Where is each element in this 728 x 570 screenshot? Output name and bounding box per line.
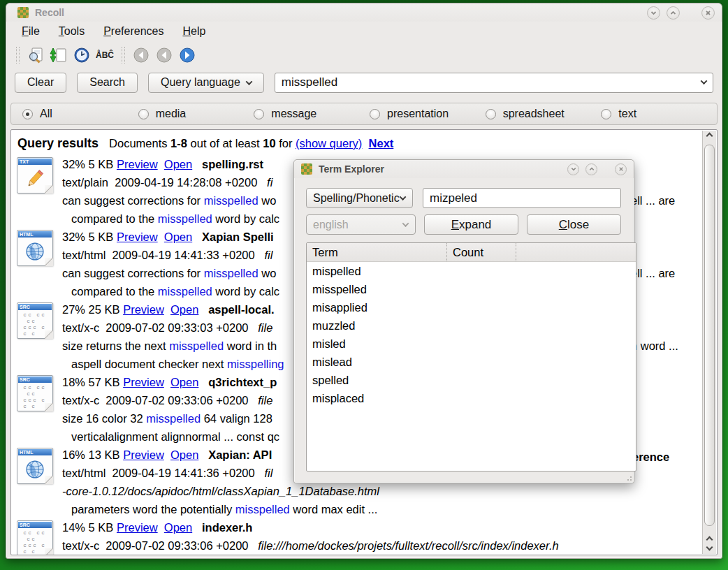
results-scrollbar[interactable]	[702, 131, 716, 554]
term-input[interactable]	[423, 188, 621, 208]
term-row[interactable]: spelled	[307, 371, 636, 389]
history-clock-icon[interactable]	[71, 45, 92, 65]
open-link[interactable]: Open	[164, 521, 192, 534]
term-cell: spelled	[307, 374, 446, 387]
next-link[interactable]: Next	[369, 137, 394, 149]
term-row[interactable]: muzzled	[307, 316, 636, 335]
preview-link[interactable]: Preview	[123, 376, 164, 388]
src-file-icon: SRCcc cc cc ccc c c c	[17, 375, 53, 411]
radio-icon[interactable]	[486, 109, 496, 119]
radio-icon[interactable]	[254, 109, 264, 119]
filter-presentation[interactable]: presentation	[370, 108, 486, 120]
first-page-icon[interactable]	[131, 45, 152, 65]
term-row[interactable]: misspelled	[307, 280, 636, 298]
minimize-icon[interactable]	[647, 6, 660, 20]
file-type-label: TXT	[18, 159, 52, 165]
text-segment	[198, 303, 208, 316]
filter-all[interactable]: All	[22, 108, 138, 120]
text-segment	[164, 376, 170, 388]
preview-document-icon[interactable]	[25, 45, 46, 65]
term-row[interactable]: misplaced	[307, 389, 636, 407]
result-text: 18% 57 KB Preview Open q3richtext_ptext/…	[62, 373, 279, 446]
minimize-icon[interactable]	[567, 163, 579, 175]
previous-page-icon[interactable]	[154, 45, 175, 65]
preview-link[interactable]: Preview	[117, 521, 158, 534]
show-query-link[interactable]: (show query)	[296, 137, 362, 149]
result-text-fragment: n word ...	[631, 339, 678, 353]
column-header-count[interactable]: Count	[446, 243, 516, 261]
scroll-up-icon[interactable]	[706, 536, 713, 543]
scrollbar-thumb[interactable]	[704, 145, 715, 526]
open-link[interactable]: Open	[170, 376, 198, 388]
filter-media[interactable]: media	[138, 108, 254, 120]
results-title: Query results	[17, 136, 99, 151]
expand-button[interactable]: Expand	[424, 214, 518, 235]
term-row[interactable]: misled	[307, 335, 636, 353]
radio-icon[interactable]	[370, 109, 380, 119]
title-bar[interactable]: Recoll	[6, 3, 722, 22]
preview-link[interactable]: Preview	[117, 231, 158, 243]
close-icon[interactable]	[701, 6, 715, 20]
maximize-icon[interactable]	[667, 6, 680, 20]
text-segment	[198, 448, 208, 461]
scroll-down-icon[interactable]	[706, 544, 713, 551]
close-icon[interactable]	[615, 163, 627, 175]
radio-icon[interactable]	[601, 109, 611, 119]
category-filter-bar: Allmediamessagepresentationspreadsheette…	[10, 103, 718, 125]
scroll-up-icon[interactable]	[706, 133, 713, 140]
open-link[interactable]: Open	[170, 448, 198, 461]
term-row[interactable]: mispelled	[307, 262, 636, 280]
resize-grip[interactable]	[627, 476, 632, 481]
src-file-icon: SRCcc cc cc ccc c c c	[17, 520, 53, 555]
text-segment: compared to the	[71, 212, 158, 225]
text-segment: fi	[267, 176, 272, 189]
text-segment: 32% 5 KB	[62, 158, 117, 170]
term-row[interactable]: mislead	[307, 353, 636, 371]
update-index-icon[interactable]	[48, 45, 69, 65]
dialog-title-bar[interactable]: Term Explorer	[294, 160, 634, 178]
expansion-mode-select[interactable]: Spelling/Phonetic	[306, 188, 413, 208]
radio-icon[interactable]	[138, 109, 149, 119]
search-input[interactable]	[275, 73, 713, 93]
language-select: english	[306, 214, 416, 235]
preview-link[interactable]: Preview	[117, 158, 158, 170]
result-text: 32% 5 KB Preview Open spelling.rsttext/p…	[62, 155, 279, 228]
toolbar-handle[interactable]	[122, 47, 125, 64]
text-segment: Xapian Spelli	[202, 231, 274, 243]
text-segment: Documents	[109, 137, 170, 149]
column-header-term[interactable]: Term	[307, 246, 446, 259]
filter-label: media	[156, 108, 187, 120]
term-explorer-abc-icon[interactable]: ÅBĈ	[94, 45, 115, 65]
filter-spreadsheet[interactable]: spreadsheet	[486, 108, 602, 120]
filter-text[interactable]: text	[601, 108, 717, 120]
file-type-label: SRC	[18, 304, 52, 310]
radio-icon[interactable]	[22, 109, 33, 119]
search-button[interactable]: Search	[77, 73, 138, 93]
text-segment: misspelled	[204, 267, 259, 279]
menu-tools[interactable]: Tools	[59, 25, 85, 38]
text-segment: text/x-c 2009-07-02 09:33:06 +0200	[62, 394, 258, 407]
text-segment	[158, 521, 164, 534]
open-link[interactable]: Open	[164, 231, 192, 243]
maximize-icon[interactable]	[585, 163, 597, 175]
clear-button[interactable]: Clear	[15, 73, 66, 93]
toolbar-handle[interactable]	[16, 47, 20, 64]
menu-file[interactable]: File	[22, 25, 40, 38]
term-cell: misplaced	[307, 392, 446, 405]
filter-label: presentation	[387, 108, 449, 120]
filter-message[interactable]: message	[254, 108, 370, 120]
query-language-select[interactable]: Query language	[148, 73, 264, 93]
text-segment: can suggest corrections for	[62, 267, 204, 279]
menu-preferences[interactable]: Preferences	[103, 25, 163, 38]
preview-link[interactable]: Preview	[123, 448, 164, 461]
term-row[interactable]: misapplied	[307, 298, 636, 316]
next-page-icon[interactable]	[177, 45, 198, 65]
close-button[interactable]: Close	[527, 214, 621, 235]
open-link[interactable]: Open	[164, 158, 192, 170]
menu-help[interactable]: Help	[182, 25, 205, 38]
preview-link[interactable]: Preview	[123, 303, 164, 316]
folded-corner	[45, 258, 53, 266]
open-link[interactable]: Open	[170, 303, 198, 316]
recoll-logo-icon	[301, 163, 312, 175]
result-text: 14% 5 KB Preview Open indexer.htext/x-c …	[62, 518, 559, 555]
